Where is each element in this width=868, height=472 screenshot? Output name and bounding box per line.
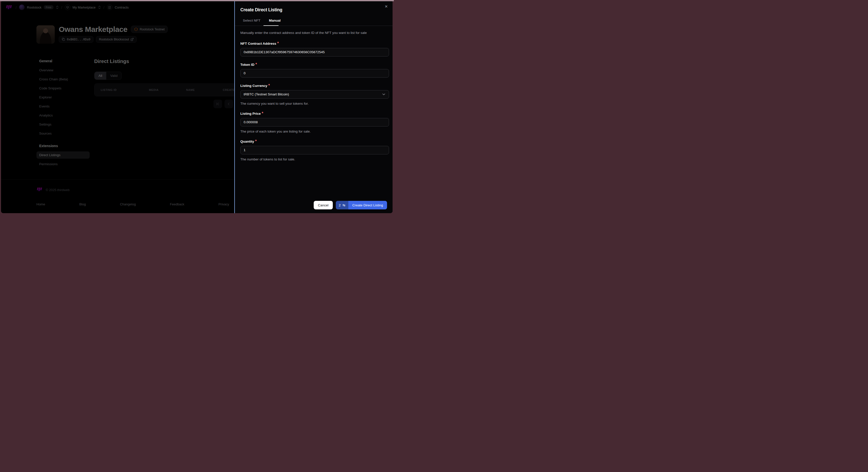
required-asterisk: * — [277, 41, 279, 45]
drawer-tabs: Select NFT Manual — [240, 19, 389, 26]
close-button[interactable]: ✕ — [384, 4, 388, 9]
drawer-description: Manually enter the contract address and … — [240, 30, 389, 35]
field-label: Token ID — [240, 63, 254, 66]
field-listing-currency: Listing Currency* tRBTC (Testnet Smart B… — [240, 83, 389, 105]
field-nft-contract-address: NFT Contract Address* — [240, 41, 389, 57]
drawer-footer: Cancel 2 ⇆ Create Direct Listing — [235, 197, 393, 213]
field-label: Listing Price — [240, 112, 261, 116]
desktop-background: { "colors": { "accent_blue": "#3e68e8", … — [0, 0, 394, 214]
create-direct-listing-drawer: ✕ Create Direct Listing Select NFT Manua… — [234, 1, 393, 213]
active-tab-indicator — [264, 25, 279, 26]
drawer-title: Create Direct Listing — [240, 7, 389, 12]
nft-contract-address-input[interactable] — [240, 48, 389, 57]
listing-price-input[interactable] — [240, 118, 389, 127]
quantity-input[interactable] — [240, 146, 389, 154]
token-id-input[interactable] — [240, 69, 389, 77]
app-window: / Rootstock Free / My Marketplace — [1, 1, 393, 213]
listing-currency-select[interactable]: tRBTC (Testnet Smart Bitcoin) — [240, 90, 389, 99]
drawer-content: ✕ Create Direct Listing Select NFT Manua… — [235, 1, 393, 197]
tx-count: 2 — [339, 203, 341, 207]
field-helper: The price of each token you are listing … — [240, 130, 389, 133]
swap-icon: ⇆ — [342, 203, 345, 207]
field-helper: The number of tokens to list for sale. — [240, 157, 389, 161]
tab-select-nft[interactable]: Select NFT — [240, 19, 263, 26]
close-icon: ✕ — [384, 4, 388, 8]
field-label: Quantity — [240, 139, 254, 144]
tab-manual[interactable]: Manual — [267, 19, 283, 26]
field-quantity: Quantity* The number of tokens to list f… — [240, 139, 389, 161]
field-helper: The currency you want to sell your token… — [240, 102, 389, 105]
required-asterisk: * — [268, 83, 270, 88]
required-asterisk: * — [255, 62, 257, 66]
required-asterisk: * — [262, 111, 263, 116]
selected-currency: tRBTC (Testnet Smart Bitcoin) — [244, 92, 289, 96]
tx-count-badge: 2 ⇆ — [336, 201, 348, 210]
field-listing-price: Listing Price* The price of each token y… — [240, 111, 389, 133]
create-direct-listing-button[interactable]: Create Direct Listing — [348, 201, 387, 210]
required-asterisk: * — [255, 139, 257, 144]
chevron-down-icon — [382, 93, 385, 95]
submit-button-group: 2 ⇆ Create Direct Listing — [336, 201, 387, 210]
field-label: Listing Currency — [240, 84, 267, 88]
field-token-id: Token ID* — [240, 62, 389, 77]
field-label: NFT Contract Address — [240, 42, 276, 45]
tab-underline — [235, 26, 393, 26]
cancel-button[interactable]: Cancel — [314, 201, 333, 210]
